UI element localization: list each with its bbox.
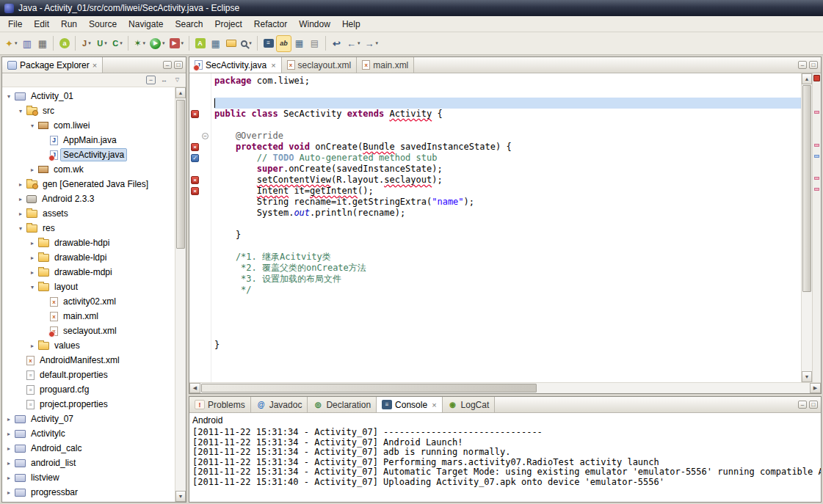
tree-item-activity02-xml[interactable]: xactivity02.xml	[2, 294, 186, 309]
tree-vertical-scrollbar[interactable]	[175, 87, 186, 502]
android-sdk-manager-button[interactable]: a	[57, 35, 72, 52]
tree-item-progressbar[interactable]: ▸progressbar	[2, 485, 186, 500]
menu-help[interactable]: Help	[336, 17, 366, 32]
view-menu-icon[interactable]	[173, 76, 182, 84]
tree-item-androidmanifest-xml[interactable]: xAndroidManifest.xml	[2, 353, 186, 368]
scrollbar-track[interactable]	[175, 98, 186, 491]
twistie-icon[interactable]: ▾	[29, 123, 36, 129]
tree-item-com-liwei[interactable]: ▾com.liwei	[2, 118, 186, 133]
new-java-class-button[interactable]: C▾	[109, 35, 125, 52]
error-marker-icon[interactable]	[191, 143, 199, 151]
editor-tab-main-xml[interactable]: xmain.xml	[357, 57, 414, 73]
code-editor[interactable]: package com.liwei;public class SecActivi…	[211, 73, 801, 382]
console-tab-declaration[interactable]: ◎Declaration	[308, 397, 377, 412]
tree-item-android-calc[interactable]: ▸Android_calc	[2, 441, 186, 456]
error-marker-icon[interactable]	[191, 176, 199, 184]
editor-vertical-scrollbar[interactable]	[801, 73, 812, 382]
console-tab-problems[interactable]: !Problems	[189, 397, 251, 412]
menu-run[interactable]: Run	[55, 17, 83, 32]
link-with-editor-icon[interactable]	[159, 76, 169, 84]
twistie-icon[interactable]: ▸	[29, 240, 36, 246]
console-tab-logcat[interactable]: ◉LogCat	[443, 397, 496, 412]
task-overview-mark[interactable]	[814, 155, 819, 158]
tree-item-activity-01[interactable]: ▾Activity_01	[2, 89, 186, 103]
tree-item-drawable-hdpi[interactable]: ▸drawable-hdpi	[2, 235, 186, 250]
scroll-left-icon[interactable]	[189, 383, 200, 393]
twistie-icon[interactable]: ▸	[5, 489, 12, 496]
editor-tab-secactivity-java[interactable]: JSecActivity.java×	[189, 57, 282, 73]
print-button[interactable]: ▦	[35, 35, 50, 52]
tree-item-layout[interactable]: ▾layout	[2, 280, 186, 294]
tree-item-appmain-java[interactable]: JAppMain.java	[2, 133, 186, 147]
scroll-down-icon[interactable]	[802, 371, 812, 382]
error-indicator-icon[interactable]	[813, 75, 820, 81]
task-marker-icon[interactable]	[191, 154, 199, 162]
scroll-right-icon[interactable]	[810, 383, 821, 393]
tree-item-android-list[interactable]: ▸android_list	[2, 456, 186, 470]
tree-item-proguard-cfg[interactable]: ≡proguard.cfg	[2, 382, 186, 397]
twistie-icon[interactable]: ▸	[29, 255, 36, 261]
scrollbar-thumb[interactable]	[201, 384, 537, 392]
twistie-icon[interactable]: ▸	[5, 460, 12, 467]
menu-refactor[interactable]: Refactor	[248, 17, 293, 32]
error-marker-icon[interactable]	[191, 187, 199, 195]
twistie-icon[interactable]: ▸	[29, 343, 36, 349]
twistie-icon[interactable]: ▸	[5, 416, 12, 423]
tree-item-default-properties[interactable]: ≡default.properties	[2, 368, 186, 382]
mark-occurrences-button[interactable]: ab	[276, 35, 291, 52]
back-button[interactable]: ←▾	[344, 35, 363, 52]
tree-item-drawable-ldpi[interactable]: ▸drawable-ldpi	[2, 250, 186, 265]
menu-edit[interactable]: Edit	[28, 17, 55, 32]
tree-item-project-properties[interactable]: ≡project.properties	[2, 397, 186, 412]
menu-file[interactable]: File	[2, 17, 28, 32]
maximize-icon[interactable]	[809, 61, 818, 69]
tree-item-main-xml[interactable]: xmain.xml	[2, 309, 186, 324]
twistie-icon[interactable]: ▸	[29, 167, 36, 173]
editor-horizontal-scrollbar[interactable]	[189, 382, 821, 393]
new-wizard-button[interactable]: ✦▾	[3, 35, 19, 52]
twistie-icon[interactable]: ▸	[29, 269, 36, 276]
twistie-icon[interactable]: ▸	[5, 475, 12, 481]
twistie-icon[interactable]: ▾	[17, 225, 24, 232]
menu-source[interactable]: Source	[83, 17, 123, 32]
maximize-icon[interactable]	[174, 61, 183, 69]
package-explorer-tab[interactable]: Package Explorer	[2, 57, 103, 73]
tree-item-com-wk[interactable]: ▸com.wk	[2, 162, 186, 177]
minimize-icon[interactable]	[798, 61, 807, 69]
tree-item-gen-generated-java-files[interactable]: ▸gen [Generated Java Files]	[2, 177, 186, 191]
show-annotations-button[interactable]: ▦	[291, 35, 307, 52]
console-tab-javadoc[interactable]: @Javadoc	[251, 397, 308, 412]
menu-search[interactable]: Search	[169, 17, 209, 32]
error-overview-mark[interactable]	[814, 177, 819, 180]
external-tools-button[interactable]: ▶▾	[167, 35, 186, 52]
tree-item-res[interactable]: ▾res	[2, 221, 186, 235]
open-resource-button[interactable]	[223, 35, 239, 52]
tree-item-src[interactable]: ▾src	[2, 103, 186, 118]
error-overview-mark[interactable]	[814, 111, 819, 114]
close-icon[interactable]: ×	[432, 401, 436, 409]
twistie-icon[interactable]: ▸	[17, 181, 24, 188]
menu-window[interactable]: Window	[293, 17, 336, 32]
console-output[interactable]: Android [2011-11-22 15:31:34 - Activity_…	[189, 413, 821, 502]
save-button[interactable]: ▥	[19, 35, 35, 52]
android-virtual-device-manager-button[interactable]: ▦	[208, 35, 223, 52]
menu-navigate[interactable]: Navigate	[123, 17, 169, 32]
twistie-icon[interactable]: ▸	[5, 431, 12, 437]
collapse-icon[interactable]	[202, 133, 209, 139]
tree-item-seclayout-xml[interactable]: xseclayout.xml	[2, 324, 186, 338]
new-android-project-button[interactable]: A	[192, 35, 208, 52]
tree-item-secactivity-java[interactable]: JSecActivity.java	[2, 147, 186, 162]
scroll-up-icon[interactable]	[802, 73, 812, 84]
error-overview-mark[interactable]	[814, 188, 819, 191]
new-junit-test-button[interactable]: U▾	[94, 35, 109, 52]
run-button[interactable]: ▶▾	[148, 35, 167, 52]
maximize-icon[interactable]	[809, 401, 818, 409]
editor-tab-seclayout-xml[interactable]: xseclayout.xml	[282, 57, 358, 73]
tree-item-values[interactable]: ▸values	[2, 338, 186, 353]
twistie-icon[interactable]: ▸	[5, 445, 12, 452]
twistie-icon[interactable]: ▾	[29, 284, 36, 291]
scrollbar-track[interactable]	[802, 84, 812, 371]
debug-button[interactable]: ✶▾	[131, 35, 148, 52]
scrollbar-thumb[interactable]	[802, 85, 811, 292]
scroll-up-icon[interactable]	[175, 87, 186, 98]
